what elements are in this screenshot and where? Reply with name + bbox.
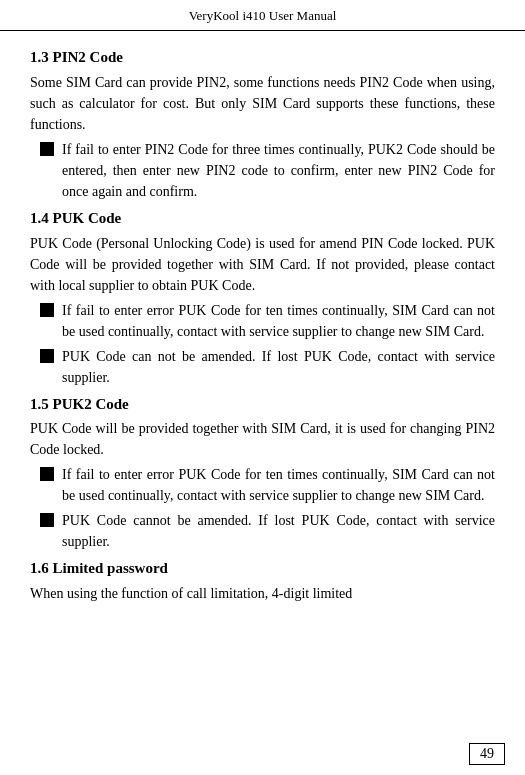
bullet-icon <box>40 303 54 317</box>
page-container: VeryKool i410 User Manual 1.3 PIN2 Code … <box>0 0 525 775</box>
bullet-icon <box>40 467 54 481</box>
section-1-4-heading: 1.4 PUK Code <box>30 208 495 230</box>
page-content: 1.3 PIN2 Code Some SIM Card can provide … <box>0 31 525 775</box>
bullet-text: If fail to enter error PUK Code for ten … <box>62 464 495 506</box>
bullet-item: PUK Code cannot be amended. If lost PUK … <box>40 510 495 552</box>
section-1-3-heading: 1.3 PIN2 Code <box>30 47 495 69</box>
page-number: 49 <box>469 743 505 765</box>
bullet-text: PUK Code can not be amended. If lost PUK… <box>62 346 495 388</box>
section-1-3-para: Some SIM Card can provide PIN2, some fun… <box>30 72 495 135</box>
section-1-6-heading: 1.6 Limited password <box>30 558 495 580</box>
bullet-text: If fail to enter PIN2 Code for three tim… <box>62 139 495 202</box>
section-1-5-heading: 1.5 PUK2 Code <box>30 394 495 416</box>
bullet-icon <box>40 142 54 156</box>
bullet-text: If fail to enter error PUK Code for ten … <box>62 300 495 342</box>
section-1-4-para: PUK Code (Personal Unlocking Code) is us… <box>30 233 495 296</box>
bullet-item: If fail to enter PIN2 Code for three tim… <box>40 139 495 202</box>
header-title: VeryKool i410 User Manual <box>189 8 337 23</box>
section-1-3-bullets: If fail to enter PIN2 Code for three tim… <box>40 139 495 202</box>
section-1-5-bullets: If fail to enter error PUK Code for ten … <box>40 464 495 552</box>
bullet-item: If fail to enter error PUK Code for ten … <box>40 300 495 342</box>
bullet-icon <box>40 513 54 527</box>
bullet-icon <box>40 349 54 363</box>
section-1-4-bullets: If fail to enter error PUK Code for ten … <box>40 300 495 388</box>
page-header: VeryKool i410 User Manual <box>0 0 525 31</box>
bullet-item: PUK Code can not be amended. If lost PUK… <box>40 346 495 388</box>
bullet-text: PUK Code cannot be amended. If lost PUK … <box>62 510 495 552</box>
page-number-container: 49 <box>469 743 505 765</box>
bullet-item: If fail to enter error PUK Code for ten … <box>40 464 495 506</box>
section-1-5-para: PUK Code will be provided together with … <box>30 418 495 460</box>
section-1-6-para: When using the function of call limitati… <box>30 583 495 604</box>
